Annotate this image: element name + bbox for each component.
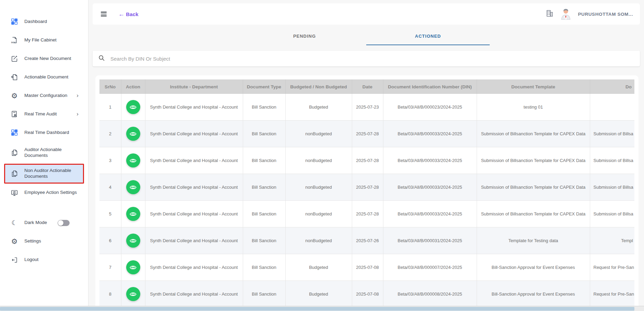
avatar[interactable] xyxy=(559,7,572,21)
sidebar-item-actionable-document[interactable]: Actionable Document xyxy=(0,68,88,86)
sidebar-item-non-auditor-actionable-documents[interactable]: Non Auditor Actionable Documents xyxy=(4,164,84,184)
table-cell: Submission of Billsanction Template for … xyxy=(477,174,590,201)
back-button[interactable]: ← Back xyxy=(118,11,139,17)
attachment-doc-icon xyxy=(10,73,19,81)
table-cell: Bill Sanction xyxy=(243,227,285,254)
table-cell: Beta/03/All/B/000033/2024-2025 xyxy=(383,147,477,174)
table-cell: Synth Dental College and Hospital - Acco… xyxy=(145,227,243,254)
sidebar-item-dashboard[interactable]: Dashboard xyxy=(0,12,88,31)
file-doc-icon: DOC xyxy=(10,36,19,44)
table-cell: 2025-07-28 xyxy=(352,201,383,227)
view-document-button[interactable] xyxy=(126,153,140,167)
table-cell: Beta/03/All/B/000033/2024-2025 xyxy=(383,121,477,147)
tab-actioned[interactable]: ACTIONED xyxy=(366,29,490,45)
table-cell: 5 xyxy=(99,201,121,227)
logout-icon xyxy=(10,256,19,264)
table-cell: 2025-07-28 xyxy=(352,174,383,201)
table-cell: 3 xyxy=(99,147,121,174)
table-cell: 2025-07-23 xyxy=(352,94,383,121)
tab-pending[interactable]: PENDING xyxy=(243,29,366,45)
table-cell: Submission of Billsa xyxy=(590,174,634,201)
table-cell: Submission of Billsa xyxy=(590,121,634,147)
edit-square-icon xyxy=(10,54,19,63)
sidebar-item-create-new-document[interactable]: Create New Document xyxy=(0,49,88,68)
column-header: Do xyxy=(590,79,634,94)
table-cell: Budgeted xyxy=(285,281,352,306)
sidebar-footer: ☾ Dark Mode ⚙ Settings Logout xyxy=(0,214,88,269)
table-row: 3Synth Dental College and Hospital - Acc… xyxy=(99,147,634,174)
settings-label: Settings xyxy=(24,238,41,244)
pages-icon xyxy=(10,170,19,178)
table-cell: 2025-07-08 xyxy=(352,254,383,281)
column-header: Document Identification Number (DIN) xyxy=(383,79,477,94)
documents-table-card: SrNoActionInstitute - DepartmentDocument… xyxy=(95,75,639,306)
table-cell: Synth Dental College and Hospital - Acco… xyxy=(145,94,243,121)
table-cell: Submission of Billsa xyxy=(590,147,634,174)
table-cell: Template for Testing data xyxy=(477,227,590,254)
scrollbar-thumb[interactable] xyxy=(0,307,634,311)
column-header: Document Type xyxy=(243,79,285,94)
view-document-button[interactable] xyxy=(126,180,140,194)
view-document-button[interactable] xyxy=(126,100,140,114)
table-row: 4Synth Dental College and Hospital - Acc… xyxy=(99,174,634,201)
view-document-button[interactable] xyxy=(126,287,140,301)
hamburger-menu-icon[interactable] xyxy=(99,10,108,17)
sidebar-item-my-file-cabinet[interactable]: DOC My File Cabinet xyxy=(0,31,88,49)
table-cell: 1 xyxy=(99,94,121,121)
sidebar-item-auditor-actionable-documents[interactable]: Auditor Actionable Documents xyxy=(0,142,88,164)
action-cell xyxy=(121,227,145,254)
table-cell: Submission of Billsanction Template for … xyxy=(477,201,590,227)
table-cell: Beta/03/All/B/000007/2024-2025 xyxy=(383,254,477,281)
table-cell: Budgeted xyxy=(285,254,352,281)
sidebar-item-employee-action-settings[interactable]: Employee Action Settings xyxy=(0,184,88,202)
dark-mode-toggle[interactable] xyxy=(58,220,70,226)
sidebar-item-real-time-audit[interactable]: Real Time Audit › xyxy=(0,105,88,123)
svg-text:DOC: DOC xyxy=(11,41,16,43)
action-cell xyxy=(121,281,145,306)
sidebar-item-label: Real Time Audit xyxy=(24,111,57,117)
pages-icon xyxy=(10,149,19,157)
sidebar-item-settings[interactable]: ⚙ Settings xyxy=(0,232,88,251)
table-cell: Submission of Billsanction Template for … xyxy=(477,147,590,174)
table-cell: Beta/03/All/B/000031/2024-2025 xyxy=(383,227,477,254)
action-cell xyxy=(121,147,145,174)
view-document-button[interactable] xyxy=(126,234,140,248)
table-cell: Synth Dental College and Hospital - Acco… xyxy=(145,254,243,281)
documents-table: SrNoActionInstitute - DepartmentDocument… xyxy=(99,79,634,306)
table-cell: nonBudgeted xyxy=(285,227,352,254)
column-header: SrNo xyxy=(99,79,121,94)
column-header: Budgeted / Non Budgeted xyxy=(285,79,352,94)
table-cell: Beta/03/All/B/000033/2024-2025 xyxy=(383,201,477,227)
building-icon[interactable] xyxy=(546,9,554,19)
dashboard-grid-icon xyxy=(10,128,19,137)
table-cell: 6 xyxy=(99,227,121,254)
gear-icon: ⚙ xyxy=(10,91,19,100)
search-icon xyxy=(98,54,105,63)
sidebar-item-real-time-dashboard[interactable]: Real Time Dashboard xyxy=(0,123,88,142)
table-cell: nonBudgeted xyxy=(285,201,352,227)
app-window: Dashboard DOC My File Cabinet Create New… xyxy=(0,0,644,306)
column-header: Date xyxy=(352,79,383,94)
table-cell: testing 01 xyxy=(477,94,590,121)
table-cell: Templ xyxy=(590,227,634,254)
action-cell xyxy=(121,121,145,147)
view-document-button[interactable] xyxy=(126,127,140,141)
view-document-button[interactable] xyxy=(126,260,140,274)
table-cell: Bill-Sanction Approval for Event Expense… xyxy=(477,254,590,281)
chevron-right-icon: › xyxy=(76,92,83,99)
table-cell: Bill Sanction xyxy=(243,281,285,306)
horizontal-scrollbar[interactable] xyxy=(0,306,644,311)
dark-mode-label: Dark Mode xyxy=(24,220,47,226)
table-cell: Bill-Sanction Approval for Event Expense… xyxy=(477,281,590,306)
sidebar-item-label: Dashboard xyxy=(24,19,47,25)
table-row: 2Synth Dental College and Hospital - Acc… xyxy=(99,121,634,147)
view-document-button[interactable] xyxy=(126,207,140,221)
sidebar-item-master-configuration[interactable]: ⚙ Master Configuration › xyxy=(0,86,88,105)
column-header: Institute - Department xyxy=(145,79,243,94)
search-input[interactable] xyxy=(110,55,634,62)
audit-doc-icon xyxy=(10,110,19,118)
table-cell: Submission of Billsa xyxy=(590,201,634,227)
user-name[interactable]: PURUSHOTTAM SOM... xyxy=(578,12,633,17)
sidebar: Dashboard DOC My File Cabinet Create New… xyxy=(0,0,88,306)
sidebar-item-logout[interactable]: Logout xyxy=(0,251,88,269)
